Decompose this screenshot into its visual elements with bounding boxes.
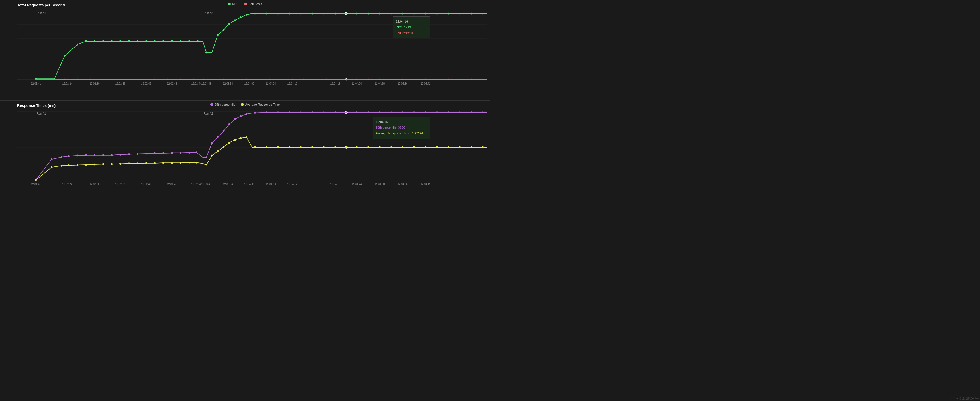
rps-point	[390, 13, 392, 14]
avg-point	[188, 161, 190, 163]
rt-svg: 4,000 3,000 2,000 1,000 0 Run #1 Run #2	[17, 108, 487, 191]
rps-tooltip-point	[345, 12, 347, 15]
failures-point	[482, 79, 484, 81]
rps-point	[300, 13, 302, 14]
svg-text:12:04:24: 12:04:24	[352, 182, 362, 186]
rps-point	[413, 13, 415, 14]
avg-point	[145, 162, 147, 164]
rps-point	[334, 13, 336, 14]
svg-text:12:02:42: 12:02:42	[141, 82, 151, 86]
failures-point	[356, 79, 358, 81]
failures-point	[326, 79, 328, 81]
avg-point	[471, 146, 472, 148]
failures-point	[425, 79, 426, 81]
rps-point	[288, 13, 290, 14]
rps-point	[436, 13, 438, 14]
rps-point	[205, 52, 207, 54]
avg-point	[111, 163, 113, 165]
p95-point	[334, 111, 336, 113]
avg-point	[217, 150, 219, 152]
avg-point	[102, 163, 104, 165]
rps-point	[379, 13, 380, 14]
avg-point	[154, 162, 156, 164]
failures-point	[315, 79, 316, 81]
failures-point	[90, 79, 91, 81]
svg-text:12:04:42: 12:04:42	[420, 82, 430, 86]
failures-point	[64, 79, 65, 81]
svg-text:12:02:48: 12:02:48	[167, 182, 177, 186]
rt-chart-area: 4,000 3,000 2,000 1,000 0 Run #1 Run #2	[17, 108, 487, 191]
p95-point	[180, 152, 181, 154]
p95-point	[162, 152, 164, 154]
failures-point	[292, 79, 293, 81]
avg-point	[223, 146, 224, 148]
avg-point	[266, 146, 267, 148]
p95-point	[61, 156, 62, 158]
svg-text:12:04:00: 12:04:00	[244, 182, 254, 186]
avg-point	[85, 163, 87, 166]
avg-point	[196, 161, 197, 163]
svg-text:12:04:12: 12:04:12	[287, 182, 297, 186]
failures-point	[212, 79, 213, 81]
p95-point	[196, 151, 197, 153]
avg-point	[119, 163, 121, 165]
avg-dot	[241, 103, 244, 106]
rps-point	[111, 40, 113, 43]
p95-point	[145, 152, 147, 154]
p95-point	[448, 111, 449, 113]
avg-point	[51, 166, 52, 168]
rps-point	[223, 29, 224, 31]
svg-text:12:02:24: 12:02:24	[62, 182, 73, 186]
avg-point	[300, 146, 302, 148]
avg-point	[288, 146, 290, 148]
rps-point	[128, 40, 130, 43]
rps-point	[402, 13, 404, 14]
p95-point	[356, 111, 358, 113]
rps-line	[36, 13, 487, 79]
avg-point	[413, 146, 415, 148]
p95-line	[36, 112, 487, 180]
charts-container: RPS Failures/s Total Requests per Second…	[0, 0, 490, 201]
p95-point	[482, 111, 484, 113]
rps-point	[356, 13, 358, 14]
rps-point	[228, 23, 230, 25]
avg-point	[211, 154, 213, 156]
failures-point	[459, 79, 461, 81]
failures-point	[128, 79, 130, 81]
svg-text:12:03:48: 12:03:48	[201, 82, 211, 86]
rps-label: RPS	[232, 2, 239, 6]
svg-text:12:04:30: 12:04:30	[374, 82, 385, 86]
avg-point	[254, 146, 256, 148]
p95-point	[402, 111, 404, 113]
p95-point	[288, 111, 290, 113]
svg-text:Run #2: Run #2	[204, 111, 213, 115]
failures-point	[269, 79, 270, 81]
avg-point	[162, 162, 164, 164]
svg-text:12:04:18: 12:04:18	[330, 182, 340, 186]
rps-point	[171, 40, 173, 43]
failures-point	[35, 79, 37, 81]
svg-text:Run #1: Run #1	[37, 111, 46, 115]
svg-text:12:02:24: 12:02:24	[62, 82, 73, 86]
svg-text:12:04:42: 12:04:42	[420, 182, 430, 186]
avg-legend-item: Average Response Time	[241, 103, 280, 106]
rps-point	[368, 13, 369, 14]
failures-point	[337, 79, 339, 81]
avg-point	[402, 146, 404, 148]
failures-point	[303, 79, 305, 81]
p95-point	[266, 111, 267, 113]
avg-point	[334, 146, 336, 148]
avg-point	[459, 146, 461, 148]
avg-point	[61, 165, 62, 167]
p95-point	[211, 142, 213, 144]
rps-point	[459, 13, 461, 14]
rps-point	[154, 40, 156, 43]
svg-text:12:02:42: 12:02:42	[141, 182, 151, 186]
rps-point	[85, 40, 87, 43]
failures-point	[167, 79, 169, 81]
svg-text:12:02:30: 12:02:30	[89, 82, 99, 86]
rps-dot	[228, 3, 231, 5]
avg-point	[246, 136, 247, 138]
svg-text:12:02:30: 12:02:30	[89, 182, 99, 186]
p95-point	[119, 154, 121, 155]
